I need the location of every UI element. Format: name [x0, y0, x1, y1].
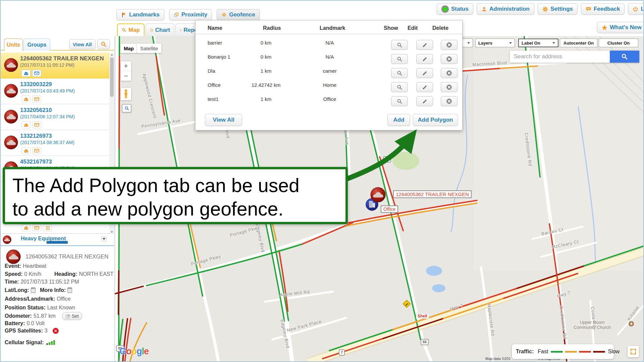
unit-list-item[interactable]: 1332056210 (2017/04/06 12:07:34 PM)	[1, 104, 109, 130]
search-icon	[101, 41, 107, 47]
button-label: What's New	[610, 24, 642, 31]
sidebar-tabs: Units Groups View All	[1, 36, 114, 51]
view-tabs: Map Chart Report	[117, 23, 206, 36]
message-button[interactable]	[21, 147, 31, 154]
edit-button[interactable]	[416, 54, 433, 64]
status-button[interactable]: Status	[437, 3, 473, 15]
unit-name: 1264005362 TRAILER NEXGEN	[20, 55, 104, 62]
group-expand-button[interactable]	[101, 236, 107, 242]
administration-button[interactable]: Administration	[477, 3, 534, 15]
google-logo[interactable]: Google	[119, 346, 149, 357]
show-button[interactable]	[391, 82, 408, 92]
delete-button[interactable]	[441, 96, 458, 106]
vehicle-marker[interactable]	[370, 187, 386, 204]
delete-button[interactable]	[441, 54, 458, 64]
traffic-slow-label: Slow	[608, 349, 620, 355]
add-polygon-button[interactable]: Add Polygon	[413, 114, 458, 126]
unit-list-item[interactable]: 1332126973 (2017/07/14 08:36:37 AM)	[1, 130, 109, 156]
settings-button[interactable]: Settings	[538, 3, 578, 15]
delete-button[interactable]	[441, 40, 458, 50]
label-dropdown[interactable]: Label On	[518, 39, 558, 47]
vehicle-icon	[3, 235, 11, 244]
shell-station-label: Shell	[416, 313, 429, 319]
view-all-button[interactable]: View All	[205, 114, 242, 126]
edit-button[interactable]	[416, 68, 433, 78]
tab-proximity[interactable]: Proximity	[169, 9, 212, 20]
fullscreen-icon	[630, 348, 637, 355]
show-button[interactable]	[391, 40, 408, 50]
show-button[interactable]	[391, 54, 408, 64]
pegman-control[interactable]	[121, 88, 131, 100]
unit-name: 4532167973	[20, 159, 52, 165]
zoom-box-control[interactable]	[122, 104, 131, 112]
message-button[interactable]	[21, 96, 31, 103]
zoom-out-button[interactable]: −	[121, 71, 131, 81]
email-button[interactable]	[32, 121, 41, 128]
geofence-name: Office	[208, 82, 221, 88]
cluster-button[interactable]: Cluster On	[599, 39, 638, 47]
geofence-radius: 1 km	[243, 68, 289, 74]
geofence-landmark: Home	[306, 82, 353, 88]
sidebar-search-button[interactable]	[97, 39, 110, 49]
unit-list-item[interactable]: 1264005362 TRAILER NEXGEN (2017/07/13 11…	[1, 53, 109, 78]
email-button[interactable]	[32, 224, 41, 231]
edit-button[interactable]	[416, 96, 433, 106]
traffic-fast-label: Fast	[538, 349, 548, 355]
heading-value: NORTH EAST	[79, 271, 113, 277]
email-button[interactable]	[32, 96, 41, 103]
battery-value: 0.0 Volt	[26, 320, 44, 326]
tab-chart[interactable]: Chart	[146, 23, 174, 36]
tab-map[interactable]: Map	[117, 23, 145, 36]
search-input[interactable]	[510, 51, 610, 63]
tab-units[interactable]: Units	[4, 39, 23, 51]
gauge-icon	[65, 314, 70, 319]
latlong-info-icon[interactable]	[31, 288, 36, 293]
logout-button[interactable]: Logout	[628, 3, 644, 15]
callout-text-line2: to add a new polygon geofence.	[12, 197, 338, 221]
whats-new-button[interactable]: ★ What's New	[597, 22, 644, 33]
message-button[interactable]	[21, 121, 31, 128]
satellite-type-button[interactable]: Satellite	[137, 44, 161, 53]
status-indicator-icon	[441, 5, 449, 13]
add-button[interactable]: Add	[387, 114, 410, 126]
email-button[interactable]	[32, 70, 41, 77]
show-button[interactable]	[391, 96, 408, 106]
sidebar-view-all-button[interactable]: View All	[69, 39, 96, 49]
feedback-button[interactable]: Feedback	[581, 3, 625, 15]
vehicle-map-label[interactable]: 1264005362 TRAILER NEXGEN	[393, 190, 472, 198]
message-button[interactable]	[21, 224, 31, 231]
layers-dropdown[interactable]: Layers	[475, 39, 515, 47]
edit-button[interactable]	[416, 82, 433, 92]
latlong-label: Lat/Long:	[5, 287, 29, 293]
message-button[interactable]	[21, 70, 31, 77]
scroll-down-arrow[interactable]: ▼	[109, 230, 114, 234]
tab-groups[interactable]: Groups	[23, 39, 50, 51]
zoom-control[interactable]: + −	[121, 61, 131, 81]
gps-satellites-label: GPS Satellites:	[5, 328, 43, 334]
col-radius: Radius	[263, 25, 281, 31]
moreinfo-icon[interactable]	[67, 288, 72, 293]
tab-geofence[interactable]: Geofence	[217, 9, 260, 20]
geofence-panel: Name Radius Landmark Show Edit Delete ba…	[195, 20, 463, 130]
odometer-set-button[interactable]: Set	[62, 312, 82, 320]
map-type-button[interactable]: Map	[120, 44, 137, 53]
email-button[interactable]	[32, 147, 41, 154]
delete-button[interactable]	[441, 68, 458, 78]
show-button[interactable]	[391, 68, 408, 78]
geofence-icon	[221, 12, 227, 17]
col-name: Name	[208, 25, 222, 31]
autocenter-button[interactable]: Autocenter On	[560, 39, 597, 47]
delete-button[interactable]	[441, 82, 458, 92]
scrollbar-thumb[interactable]	[110, 57, 114, 97]
grid-button[interactable]	[43, 224, 52, 231]
unit-timestamp: (2017/07/14 08:36:37 AM)	[20, 140, 74, 145]
google-logo-letter: o	[126, 346, 131, 356]
fullscreen-button[interactable]	[628, 346, 639, 357]
tab-landmarks[interactable]: Landmarks	[116, 9, 164, 20]
unit-list-item[interactable]: 1332003229 (2017/07/14 03:43:49 PM)	[1, 78, 109, 104]
edit-button[interactable]	[416, 40, 433, 50]
office-map-label[interactable]: Office	[381, 205, 398, 213]
search-button[interactable]	[610, 51, 639, 63]
zoom-in-button[interactable]: +	[121, 61, 131, 71]
scroll-up-arrow[interactable]: ▲	[109, 53, 114, 57]
